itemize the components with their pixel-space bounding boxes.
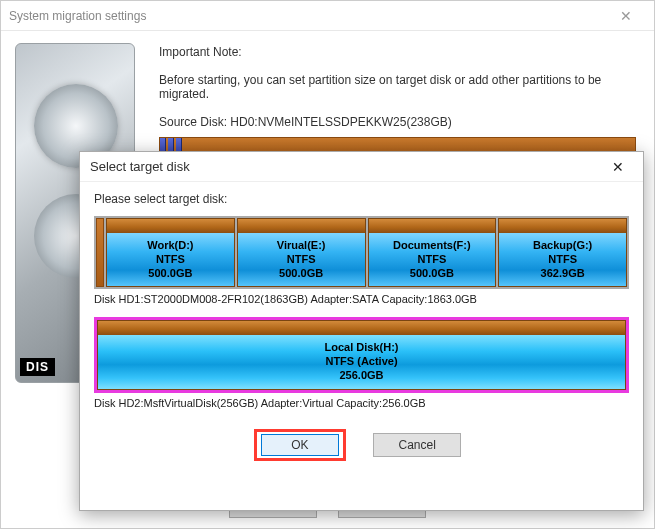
partition-fs: NTFS bbox=[111, 253, 230, 267]
partition-fs: NTFS bbox=[373, 253, 492, 267]
outer-body: DIS Important Note: Before starting, you… bbox=[1, 31, 654, 528]
partition-size: 256.0GB bbox=[102, 369, 621, 383]
partition-sliver bbox=[96, 218, 104, 287]
partition-fs: NTFS bbox=[503, 253, 622, 267]
partition-block[interactable]: Virual(E:) NTFS 500.0GB bbox=[237, 218, 366, 287]
partition-block[interactable]: Local Disk(H:) NTFS (Active) 256.0GB bbox=[97, 320, 626, 389]
partition-name: Backup(G:) bbox=[503, 239, 622, 253]
partition-name: Work(D:) bbox=[111, 239, 230, 253]
modal-prompt: Please select target disk: bbox=[94, 192, 629, 206]
modal-title: Select target disk bbox=[90, 159, 603, 174]
modal-cancel-button[interactable]: Cancel bbox=[373, 433, 461, 457]
hdd-label: DIS bbox=[20, 358, 55, 376]
important-note-text: Before starting, you can set partition s… bbox=[159, 73, 636, 101]
source-disk-label: Source Disk: HD0:NVMeINTELSSDPEKKW25(238… bbox=[159, 115, 636, 129]
partition-name: Documents(F:) bbox=[373, 239, 492, 253]
outer-titlebar: System migration settings ✕ bbox=[1, 1, 654, 31]
partition-block[interactable]: Backup(G:) NTFS 362.9GB bbox=[498, 218, 627, 287]
partition-block[interactable]: Work(D:) NTFS 500.0GB bbox=[106, 218, 235, 287]
disk-caption: Disk HD2:MsftVirtualDisk(256GB) Adapter:… bbox=[94, 397, 629, 409]
disk-option-hd2[interactable]: Local Disk(H:) NTFS (Active) 256.0GB bbox=[94, 317, 629, 392]
modal-titlebar: Select target disk ✕ bbox=[80, 152, 643, 182]
outer-close-icon[interactable]: ✕ bbox=[606, 8, 646, 24]
disk-option-hd1[interactable]: Work(D:) NTFS 500.0GB Virual(E:) NTFS 50… bbox=[94, 216, 629, 289]
partition-fs: NTFS (Active) bbox=[102, 355, 621, 369]
modal-close-icon[interactable]: ✕ bbox=[603, 159, 633, 175]
partition-name: Local Disk(H:) bbox=[102, 341, 621, 355]
partition-name: Virual(E:) bbox=[242, 239, 361, 253]
outer-content: Important Note: Before starting, you can… bbox=[151, 41, 644, 169]
modal-buttons: OK Cancel bbox=[94, 421, 629, 465]
important-note-heading: Important Note: bbox=[159, 45, 636, 59]
partition-size: 500.0GB bbox=[373, 267, 492, 281]
ok-button-highlight: OK bbox=[254, 429, 346, 461]
modal-body: Please select target disk: Work(D:) NTFS… bbox=[80, 182, 643, 471]
partition-size: 500.0GB bbox=[111, 267, 230, 281]
migration-settings-window: System migration settings ✕ DIS Importan… bbox=[0, 0, 655, 529]
partition-block[interactable]: Documents(F:) NTFS 500.0GB bbox=[368, 218, 497, 287]
partition-size: 362.9GB bbox=[503, 267, 622, 281]
ok-button[interactable]: OK bbox=[261, 434, 339, 456]
outer-window-title: System migration settings bbox=[9, 9, 606, 23]
select-target-disk-dialog: Select target disk ✕ Please select targe… bbox=[79, 151, 644, 511]
partition-fs: NTFS bbox=[242, 253, 361, 267]
disk-caption: Disk HD1:ST2000DM008-2FR102(1863GB) Adap… bbox=[94, 293, 629, 305]
partition-size: 500.0GB bbox=[242, 267, 361, 281]
